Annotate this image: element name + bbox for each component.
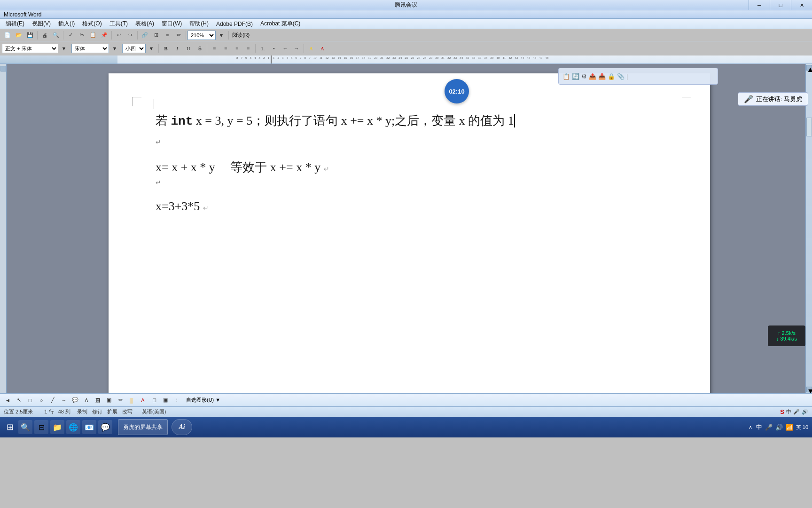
save-button[interactable]: 💾	[25, 31, 35, 40]
tray-hidden-icons[interactable]: ∧	[749, 424, 752, 430]
align-center[interactable]: ≡	[220, 44, 231, 53]
scroll-up[interactable]: ▲	[806, 65, 812, 71]
underline-button[interactable]: U	[183, 44, 194, 53]
open-button[interactable]: 📂	[14, 31, 24, 40]
draw-shapes[interactable]: □	[25, 396, 35, 405]
clock-tray[interactable]: 英 10	[796, 424, 808, 431]
draw-textbox[interactable]: ▣	[104, 396, 114, 405]
spellcheck-button[interactable]: ✓	[65, 31, 76, 40]
table-button[interactable]: ⊞	[151, 31, 161, 40]
scroll-up-arrow[interactable]	[0, 66, 6, 71]
draw-more[interactable]: ⋮	[172, 396, 182, 405]
numbering-button[interactable]: 1.	[258, 44, 268, 53]
font-color-button[interactable]: A	[317, 44, 328, 53]
font-select[interactable]: 宋体	[71, 44, 109, 53]
draw-callout[interactable]: 💬	[70, 396, 80, 405]
cut-button[interactable]: ✂	[77, 31, 87, 40]
preview-button[interactable]: 🔍	[51, 31, 61, 40]
close-button[interactable]: ✕	[791, 0, 812, 10]
draw-arrow[interactable]: →	[59, 396, 69, 405]
align-right[interactable]: ≡	[232, 44, 242, 53]
bold-button[interactable]: B	[161, 44, 171, 53]
draw-line[interactable]: ╱	[47, 396, 58, 405]
align-left[interactable]: ≡	[209, 44, 219, 53]
zoom-dropdown[interactable]: ▼	[216, 31, 226, 40]
indent-decrease[interactable]: ←	[280, 44, 290, 53]
size-dropdown[interactable]: ▼	[146, 44, 156, 53]
taskbar-search[interactable]: 🔍	[18, 420, 32, 434]
redo-button[interactable]: ↪	[125, 31, 135, 40]
print-button[interactable]: 🖨	[39, 31, 50, 40]
meeting-toolbar-icon3[interactable]: ⚙	[581, 73, 587, 80]
ai-button[interactable]: Ai	[172, 419, 192, 435]
bullets-button[interactable]: •	[269, 44, 279, 53]
align-justify[interactable]: ≡	[243, 44, 253, 53]
doc-line-2[interactable]: x= x + x * y 等效于 x += x * y ↵	[156, 158, 672, 177]
font-dropdown[interactable]: ▼	[109, 44, 120, 53]
draw-shadow[interactable]: ◻	[149, 396, 159, 405]
maximize-button[interactable]: □	[770, 0, 791, 10]
meeting-toolbar-icon7[interactable]: 📎	[617, 73, 625, 80]
size-select[interactable]: 小四	[122, 44, 146, 53]
draw-font-color[interactable]: A	[138, 396, 148, 405]
sogou-tray[interactable]: 中	[756, 423, 762, 431]
taskbar-browser[interactable]: 🌐	[66, 420, 80, 434]
document-area[interactable]: 若 int x = 3, y = 5；则执行了语句 x += x * y;之后，…	[7, 64, 812, 393]
draw-wordart[interactable]: A	[81, 396, 92, 405]
start-button[interactable]: ⊞	[4, 419, 16, 436]
draw-select[interactable]: ↖	[14, 396, 24, 405]
mic-tray[interactable]: 🎤	[765, 424, 773, 431]
menu-format[interactable]: 格式(O)	[78, 19, 105, 29]
draw-3d[interactable]: ▣	[160, 396, 171, 405]
taskbar-mail[interactable]: 📧	[82, 420, 96, 434]
strikethrough-button[interactable]: S̶	[195, 44, 205, 53]
document-page[interactable]: 若 int x = 3, y = 5；则执行了语句 x += x * y;之后，…	[109, 73, 710, 393]
menu-insert[interactable]: 插入(I)	[55, 19, 78, 29]
italic-button[interactable]: I	[172, 44, 182, 53]
autoshapes-label[interactable]: 自选图形(U) ▼	[186, 397, 220, 404]
paste-button[interactable]: 📌	[99, 31, 109, 40]
meeting-toolbar-icon1[interactable]: 📋	[562, 73, 570, 80]
meeting-toolbar-icon4[interactable]: 📤	[589, 73, 596, 80]
draw-arrow-left[interactable]: ◀	[2, 396, 13, 405]
draw-freeform[interactable]: ✏	[115, 396, 125, 405]
style-select[interactable]: 正文 + 宋体	[2, 44, 58, 53]
taskbar-active-window[interactable]: 勇虎的屏幕共享	[118, 419, 168, 435]
minimize-button[interactable]: ─	[749, 0, 770, 10]
menu-acrobat[interactable]: Acrobat 菜单(C)	[257, 19, 304, 29]
undo-button[interactable]: ↩	[114, 31, 124, 40]
indent-increase[interactable]: →	[291, 44, 302, 53]
doc-line-1[interactable]: 若 int x = 3, y = 5；则执行了语句 x += x * y;之后，…	[156, 111, 672, 132]
drawing-button[interactable]: ✏	[173, 31, 184, 40]
hyperlink-button[interactable]: 🔗	[140, 31, 150, 40]
scroll-down[interactable]: ▼	[806, 387, 812, 392]
taskbar-taskview[interactable]: ⊟	[34, 420, 48, 434]
network-tray[interactable]: 📶	[786, 424, 793, 431]
menu-tools[interactable]: 工具(T)	[106, 19, 132, 29]
volume-tray[interactable]: 🔊	[775, 424, 783, 431]
new-button[interactable]: 📄	[2, 31, 13, 40]
meeting-toolbar-icon5[interactable]: 📥	[598, 73, 606, 80]
taskbar-explorer[interactable]: 📁	[50, 420, 64, 434]
menu-edit[interactable]: 编辑(E)	[2, 19, 28, 29]
highlight-button[interactable]: A	[306, 44, 316, 53]
menu-help[interactable]: 帮助(H)	[186, 19, 212, 29]
draw-fill-color[interactable]: ▒	[126, 396, 137, 405]
style-dropdown[interactable]: ▼	[59, 44, 69, 53]
doc-line-3[interactable]: x=3+3*5 ↵	[156, 197, 672, 216]
menu-window[interactable]: 窗口(W)	[158, 19, 186, 29]
meeting-toolbar-icon2[interactable]: 🔄	[572, 73, 579, 80]
reading-mode[interactable]: 阅读(R)	[230, 32, 251, 39]
columns-button[interactable]: ≡	[162, 31, 172, 40]
menu-table[interactable]: 表格(A)	[132, 19, 158, 29]
draw-oval[interactable]: ○	[36, 396, 47, 405]
right-scrollbar[interactable]: ▲ ▼	[805, 64, 812, 393]
copy-button[interactable]: 📋	[88, 31, 98, 40]
draw-clipart[interactable]: 🖼	[93, 396, 103, 405]
scroll-thumb[interactable]	[806, 118, 812, 136]
menu-view[interactable]: 视图(V)	[28, 19, 55, 29]
taskbar-wechat[interactable]: 💬	[98, 420, 112, 434]
zoom-select[interactable]: 210%	[187, 31, 216, 40]
meeting-toolbar-icon6[interactable]: 🔒	[608, 73, 615, 80]
menu-adobepdf[interactable]: Adobe PDF(B)	[212, 20, 257, 28]
